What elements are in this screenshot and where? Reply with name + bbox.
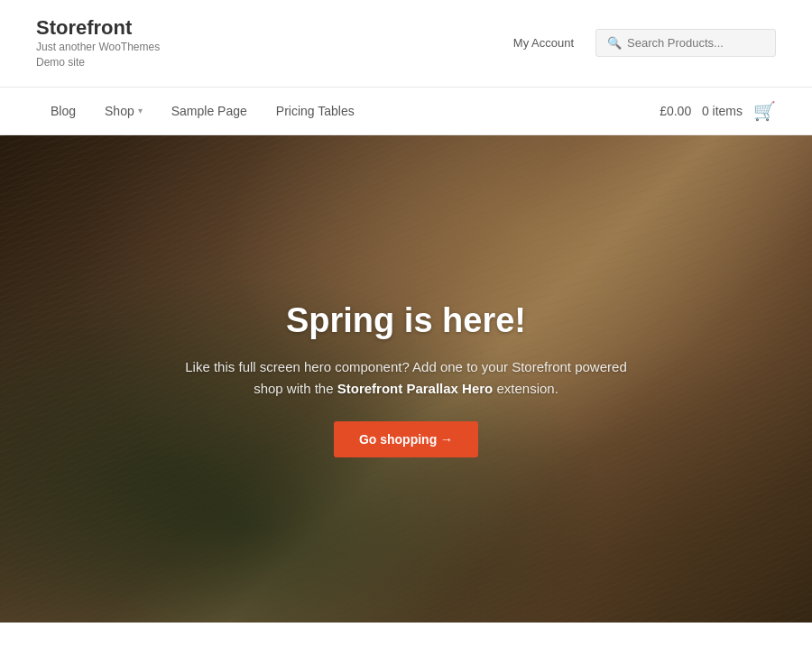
site-tagline: Just another WooThemes Demo site — [36, 40, 180, 70]
cart-area: £0.00 0 items 🛒 — [660, 100, 776, 122]
nav-links: Blog Shop ▾ Sample Page Pricing Tables — [36, 88, 369, 134]
search-form: 🔍 — [595, 29, 776, 57]
site-header: Storefront Just another WooThemes Demo s… — [0, 0, 812, 88]
nav-item-sample-page[interactable]: Sample Page — [157, 88, 262, 134]
cart-icon[interactable]: 🛒 — [753, 100, 776, 122]
search-input[interactable] — [627, 36, 764, 50]
hero-title: Spring is here! — [286, 300, 526, 342]
hero-content: Spring is here! Like this full screen he… — [0, 135, 812, 623]
search-icon: 🔍 — [607, 36, 622, 50]
chevron-down-icon: ▾ — [138, 106, 143, 115]
nav-item-pricing-tables[interactable]: Pricing Tables — [262, 88, 369, 134]
header-right: My Account 🔍 — [513, 29, 776, 57]
nav-item-blog[interactable]: Blog — [36, 88, 90, 134]
nav-item-shop[interactable]: Shop ▾ — [90, 88, 157, 134]
main-nav: Blog Shop ▾ Sample Page Pricing Tables £… — [0, 88, 812, 135]
hero-subtitle: Like this full screen hero component? Ad… — [171, 356, 641, 400]
cart-total[interactable]: £0.00 0 items — [660, 104, 743, 118]
my-account-link[interactable]: My Account — [513, 36, 574, 50]
hero-section: Spring is here! Like this full screen he… — [0, 135, 812, 623]
site-branding: Storefront Just another WooThemes Demo s… — [36, 16, 513, 70]
site-title[interactable]: Storefront — [36, 16, 513, 40]
go-shopping-button[interactable]: Go shopping → — [334, 421, 478, 457]
